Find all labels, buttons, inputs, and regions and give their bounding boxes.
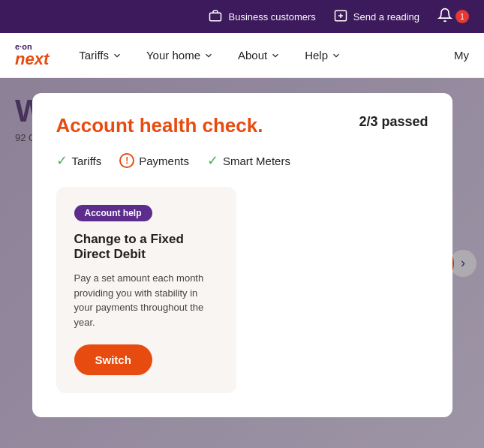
briefcase-icon — [209, 9, 222, 25]
warning-icon: ! — [119, 153, 134, 168]
check-smart-meters: ✓ Smart Meters — [207, 152, 290, 169]
help-label: Help — [305, 49, 328, 62]
check-green-icon: ✓ — [207, 152, 218, 169]
chevron-down-icon — [331, 50, 341, 61]
nav-help[interactable]: Help — [296, 43, 350, 68]
modal-title: Account health check. — [56, 114, 263, 137]
nav-your-home[interactable]: Your home — [137, 43, 223, 68]
top-bar: Business customers Send a reading 1 — [0, 0, 484, 33]
check-payments: ! Payments — [119, 153, 189, 168]
check-green-icon: ✓ — [56, 152, 68, 169]
account-help-card: Account help Change to a Fixed Direct De… — [56, 187, 236, 393]
account-help-badge: Account help — [74, 205, 152, 221]
switch-button[interactable]: Switch — [74, 344, 152, 375]
checks-row: ✓ Tariffs ! Payments ✓ Smart Meters — [56, 152, 428, 169]
nav-bar: e·on next Tariffs Your home About Help M… — [0, 33, 484, 78]
business-customers-label: Business customers — [228, 11, 315, 23]
svg-rect-0 — [210, 13, 221, 21]
card-description: Pay a set amount each month providing yo… — [74, 271, 218, 329]
check-payments-label: Payments — [139, 155, 189, 167]
check-tariffs: ✓ Tariffs — [56, 152, 102, 169]
nav-tariffs[interactable]: Tariffs — [70, 43, 131, 68]
business-customers-link[interactable]: Business customers — [209, 9, 315, 25]
modal-header: Account health check. 2/3 passed — [56, 114, 428, 137]
chevron-down-icon — [112, 50, 122, 61]
modal-overlay: Account health check. 2/3 passed ✓ Tarif… — [0, 78, 484, 448]
your-home-label: Your home — [146, 49, 200, 62]
chevron-down-icon — [270, 50, 281, 61]
notification-bell[interactable]: 1 — [437, 8, 469, 26]
notification-count: 1 — [455, 10, 469, 23]
logo[interactable]: e·on next — [15, 43, 49, 68]
card-title: Change to a Fixed Direct Debit — [74, 232, 218, 262]
logo-next: next — [15, 51, 49, 68]
tariffs-label: Tariffs — [79, 49, 109, 62]
check-tariffs-label: Tariffs — [72, 155, 102, 167]
bell-icon — [437, 8, 452, 26]
modal-passed: 2/3 passed — [359, 114, 428, 130]
send-reading-link[interactable]: Send a reading — [334, 9, 419, 25]
nav-my[interactable]: My — [454, 49, 469, 62]
nav-about[interactable]: About — [229, 43, 290, 68]
send-reading-label: Send a reading — [353, 11, 419, 23]
check-smart-meters-label: Smart Meters — [223, 155, 290, 167]
meter-icon — [334, 9, 347, 25]
account-health-check-modal: Account health check. 2/3 passed ✓ Tarif… — [32, 93, 452, 417]
chevron-down-icon — [203, 50, 214, 61]
about-label: About — [238, 49, 267, 62]
